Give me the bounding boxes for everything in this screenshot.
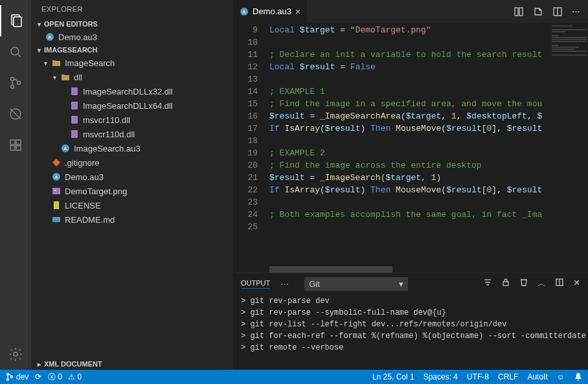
encoding-status[interactable]: UTF-8 <box>467 372 489 381</box>
horizontal-scrollbar[interactable] <box>233 266 588 273</box>
tree-item-label: ImageSearch <box>65 58 115 68</box>
dll-icon <box>69 115 80 124</box>
svg-rect-30 <box>515 8 518 16</box>
svg-line-3 <box>18 54 21 58</box>
xml-document-header[interactable]: ▸XML DOCUMENT <box>31 358 233 370</box>
svg-rect-31 <box>519 8 523 16</box>
git-icon <box>51 158 62 167</box>
svg-rect-1 <box>14 17 21 27</box>
tree-item[interactable]: ▾ImageSearch <box>31 56 233 70</box>
folder-icon <box>60 73 71 82</box>
tree-item[interactable]: AImageSearch.au3 <box>31 141 233 155</box>
tree-item-label: Demo.au3 <box>65 172 104 182</box>
tree-item[interactable]: ADemo.au3 <box>31 170 233 184</box>
chevron-down-icon: ▾ <box>34 47 44 54</box>
close-panel-icon[interactable]: ✕ <box>573 278 580 289</box>
settings-gear-icon[interactable] <box>0 339 31 370</box>
error-icon: ⓧ <box>48 372 56 383</box>
code-editor[interactable]: 910111213141516171819202122232425 Local … <box>233 23 588 266</box>
explorer-icon[interactable] <box>0 5 31 36</box>
svg-rect-18 <box>71 116 78 124</box>
svg-point-5 <box>11 85 14 89</box>
svg-rect-10 <box>16 140 21 144</box>
panel-tabs: OUTPUT ⋯ Git▾ ︿ ✕ <box>233 273 588 294</box>
open-editor-item[interactable]: A Demo.au3 <box>31 30 233 44</box>
tree-item[interactable]: README.md <box>31 212 233 227</box>
maximize-panel-icon[interactable] <box>555 278 564 289</box>
collapse-panel-icon[interactable]: ︿ <box>537 278 546 289</box>
twist-icon: ▾ <box>49 74 60 81</box>
feedback-icon[interactable]: ☺ <box>557 372 565 381</box>
minimap[interactable] <box>549 23 588 266</box>
eol-status[interactable]: CRLF <box>498 372 518 381</box>
sidebar: EXPLORER ▾OPEN EDITORS A Demo.au3 ▾IMAGE… <box>31 0 233 370</box>
tree-item-label: ImageSearchDLLx64.dll <box>83 101 173 111</box>
code-content[interactable]: Local $target = "DemoTarget.png"; Declar… <box>269 23 549 266</box>
lock-scroll-icon[interactable] <box>501 278 510 289</box>
output-channel-select[interactable]: Git▾ <box>304 277 408 291</box>
source-control-icon[interactable] <box>0 67 31 98</box>
svg-rect-16 <box>71 87 78 95</box>
tree-item-label: ImageSearch.au3 <box>74 144 141 153</box>
chevron-right-icon: ▸ <box>34 361 44 368</box>
output-tab[interactable]: OUTPUT <box>241 279 270 289</box>
extensions-icon[interactable] <box>0 130 31 161</box>
sync-status[interactable]: ⟳ <box>35 372 41 381</box>
bottom-panel: OUTPUT ⋯ Git▾ ︿ ✕ > git rev-parse dev> g… <box>233 273 588 370</box>
panel-more-icon[interactable]: ⋯ <box>280 279 289 289</box>
svg-text:A: A <box>54 174 58 180</box>
output-body[interactable]: > git rev-parse dev> git rev-parse --sym… <box>233 294 588 370</box>
tree-item[interactable]: msvcr110.dll <box>31 113 233 127</box>
indentation-status[interactable]: Spaces: 4 <box>424 372 458 381</box>
chevron-down-icon: ▾ <box>34 21 44 28</box>
tree-item[interactable]: .gitignore <box>31 155 233 170</box>
notifications-icon[interactable] <box>574 372 583 381</box>
svg-point-40 <box>7 374 9 376</box>
tree-item-label: LICENSE <box>65 201 101 210</box>
tree-item[interactable]: ▾dll <box>31 70 233 84</box>
svg-point-13 <box>14 352 17 356</box>
clear-output-icon[interactable] <box>519 278 528 289</box>
tree-item[interactable]: ImageSearchDLLx64.dll <box>31 98 233 113</box>
dll-icon <box>69 130 80 139</box>
dll-icon <box>69 87 80 96</box>
close-icon[interactable]: × <box>295 6 300 17</box>
svg-rect-26 <box>54 201 59 209</box>
dll-icon <box>69 101 80 110</box>
problems-status[interactable]: ⓧ0 ⚠0 <box>48 372 82 383</box>
open-editors-header[interactable]: ▾OPEN EDITORS <box>31 18 233 30</box>
editor-actions: ⋯ <box>506 0 588 23</box>
svg-text:A: A <box>242 9 246 15</box>
autoit-file-icon: A <box>240 7 249 16</box>
search-icon[interactable] <box>0 36 31 67</box>
lic-icon <box>51 201 62 210</box>
tab-bar: A Demo.au3 × ⋯ <box>233 0 588 23</box>
git-branch-status[interactable]: dev <box>5 372 28 381</box>
filter-icon[interactable] <box>483 278 492 289</box>
tree-item[interactable]: msvcr110d.dll <box>31 127 233 141</box>
line-gutter: 910111213141516171819202122232425 <box>233 23 269 266</box>
status-bar: dev ⟳ ⓧ0 ⚠0 Ln 25, Col 1 Spaces: 4 UTF-8… <box>0 370 588 384</box>
tree-item[interactable]: DemoTarget.png <box>31 184 233 198</box>
workspace-header[interactable]: ▾IMAGESEARCH <box>31 44 233 56</box>
tree-item-label: README.md <box>65 215 115 225</box>
compare-changes-icon[interactable] <box>514 6 524 17</box>
tree-item-label: dll <box>74 73 82 82</box>
tree-item-label: ImageSearchDLLx32.dll <box>83 87 173 96</box>
open-changes-icon[interactable] <box>533 6 543 17</box>
editor-tab[interactable]: A Demo.au3 × <box>233 0 308 23</box>
more-actions-icon[interactable]: ⋯ <box>572 6 580 16</box>
svg-text:A: A <box>48 34 52 40</box>
language-mode-status[interactable]: AutoIt <box>527 372 547 381</box>
svg-rect-24 <box>52 188 60 194</box>
svg-rect-27 <box>52 217 60 222</box>
svg-rect-19 <box>71 130 78 138</box>
debug-icon[interactable] <box>0 98 31 130</box>
img-icon <box>51 186 62 196</box>
split-editor-icon[interactable] <box>552 6 563 17</box>
cursor-position-status[interactable]: Ln 25, Col 1 <box>372 372 414 381</box>
tree-item[interactable]: ImageSearchDLLx32.dll <box>31 84 233 98</box>
scrollbar-thumb[interactable] <box>269 266 392 273</box>
svg-point-25 <box>54 190 56 191</box>
tree-item[interactable]: LICENSE <box>31 198 233 212</box>
